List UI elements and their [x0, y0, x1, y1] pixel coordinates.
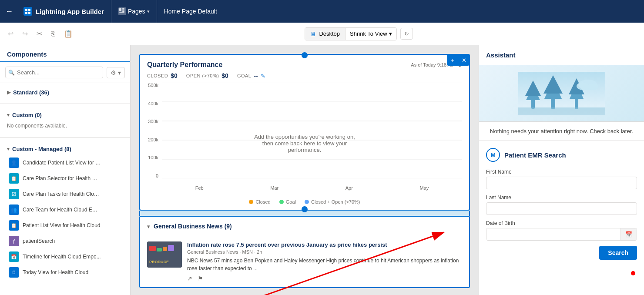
redo-button[interactable]: ↪ [20, 28, 30, 40]
qp-stat-goal-value: -- [254, 72, 258, 79]
svg-rect-3 [28, 12, 30, 14]
emr-dob-input[interactable] [486, 228, 621, 240]
custom-chevron-icon: ▾ [7, 112, 10, 118]
main-layout: Components 🔍 ⚙ ▾ ▶ Standard (36) ▾ Custo… [0, 45, 644, 295]
widget-add-button[interactable]: + [447, 54, 458, 66]
emr-last-name-label: Last Name [486, 194, 637, 201]
shrink-to-view-dropdown[interactable]: Shrink To View ▾ [345, 28, 396, 40]
sidebar-item-icon: ƒ [9, 236, 19, 246]
emr-search-button[interactable]: Search [599, 246, 637, 260]
calendar-icon[interactable]: 📅 [621, 228, 637, 240]
toolbar: ↩ ↪ ✂ ⎘ 📋 🖥 Desktop Shrink To View ▾ ↻ [0, 23, 644, 45]
back-button[interactable]: ← [5, 7, 13, 16]
sidebar-item-icon: 🗓 [9, 267, 19, 278]
sidebar-item-item-6[interactable]: ƒ patientSearch [7, 233, 123, 249]
view-label: Desktop [319, 30, 340, 37]
sidebar-item-item-7[interactable]: 📅 Timeline for Health Cloud Empo... [7, 249, 123, 265]
emr-dob-field: Date of Birth 📅 [486, 220, 637, 241]
legend-closed-label: Closed [255, 199, 270, 204]
widget-toolbar: + ✕ [447, 54, 470, 66]
legend-goal-label: Goal [286, 199, 296, 204]
emr-header: M Patient EMR Search [486, 148, 637, 162]
app-icon [23, 7, 32, 16]
standard-section-header[interactable]: ▶ Standard (36) [7, 87, 123, 98]
qp-chart-yaxis: 500k 400k 300k 200k 100k 0 [140, 83, 161, 178]
svg-rect-2 [25, 12, 27, 14]
copy-button[interactable]: ⎘ [48, 28, 58, 40]
refresh-button[interactable]: ↻ [400, 28, 413, 40]
view-selector[interactable]: 🖥 Desktop Shrink To View ▾ [305, 27, 396, 40]
qp-chart: 500k 400k 300k 200k 100k 0 [140, 83, 469, 196]
svg-rect-7 [119, 12, 124, 13]
qp-goal-edit-button[interactable]: ✎ [261, 73, 265, 79]
svg-rect-17 [163, 247, 167, 251]
app-switcher[interactable]: Lightning App Builder [17, 0, 111, 23]
assistant-message: Nothing needs your attention right now. … [479, 122, 644, 141]
custom-managed-section-header[interactable]: ▾ Custom - Managed (8) [7, 143, 123, 155]
svg-point-34 [588, 83, 598, 90]
paste-button[interactable]: 📋 [61, 28, 75, 40]
widget-delete-button[interactable]: ✕ [458, 54, 470, 66]
standard-chevron-icon: ▶ [7, 90, 10, 95]
svg-rect-6 [122, 10, 124, 12]
search-input-wrap: 🔍 [5, 67, 103, 78]
sidebar-item-icon: 📋 [9, 220, 19, 231]
bottom-resize-handle[interactable] [302, 206, 308, 212]
emr-dob-input-wrap: 📅 [486, 228, 637, 241]
sidebar-item-label: Care Plan Selector for Health Clo... [23, 175, 101, 181]
sidebar-item-item-3[interactable]: ☑ Care Plan Tasks for Health Cloud... [7, 186, 123, 202]
emr-first-name-input[interactable] [486, 177, 637, 189]
ylabel-200k: 200k [148, 137, 158, 142]
sidebar-item-item-1[interactable]: 👤 Candidate Patient List View for H... [7, 155, 123, 171]
top-resize-handle[interactable] [302, 52, 308, 58]
custom-section-header[interactable]: ▾ Custom (0) [7, 109, 123, 121]
sidebar-item-label: Candidate Patient List View for H... [23, 160, 101, 166]
share-button[interactable]: ↗ [187, 275, 192, 282]
sidebar-item-label: Today View for Health Cloud [23, 269, 88, 275]
svg-point-33 [577, 82, 589, 90]
svg-rect-18 [168, 245, 174, 251]
qp-stats: CLOSED $0 OPEN (>70%) $0 GOAL -- ✎ [140, 72, 469, 83]
flag-button[interactable]: ⚑ [198, 275, 203, 282]
standard-section: ▶ Standard (36) [0, 83, 130, 102]
sidebar-item-item-5[interactable]: 📋 Patient List View for Health Cloud [7, 218, 123, 233]
emr-icon: M [486, 148, 500, 162]
pages-chevron-icon: ▾ [147, 9, 150, 14]
legend-closed-open-label: Closed + Open (>70%) [311, 199, 360, 204]
assistant-title: Assistant [486, 51, 516, 59]
search-input[interactable] [5, 67, 103, 78]
qp-stat-goal: GOAL -- ✎ [237, 72, 265, 79]
emr-icon-text: M [490, 151, 496, 158]
custom-section-label: Custom (0) [12, 112, 42, 118]
view-selector-desktop[interactable]: 🖥 Desktop [305, 28, 345, 40]
svg-rect-4 [119, 8, 121, 11]
custom-managed-items-list: 👤 Candidate Patient List View for H... 📋… [7, 155, 123, 280]
sidebar-item-item-8[interactable]: 🗓 Today View for Health Cloud [7, 265, 123, 280]
svg-rect-16 [157, 248, 162, 251]
ylabel-0: 0 [156, 173, 158, 178]
pages-dropdown[interactable]: Pages ▾ [111, 0, 157, 23]
ylabel-500k: 500k [148, 83, 158, 88]
search-icon: 🔍 [8, 70, 15, 76]
news-article-meta: General Business News · MSN · 2h [187, 249, 462, 255]
news-article: PRODUCE Inflation rate rose 7.5 percent … [140, 236, 469, 287]
shrink-chevron-icon: ▾ [389, 30, 392, 37]
xlabel-feb: Feb [195, 185, 204, 191]
red-status-dot [631, 271, 635, 275]
sidebar-item-item-2[interactable]: 📋 Care Plan Selector for Health Clo... [7, 171, 123, 186]
news-header[interactable]: ▾ General Business News (9) [140, 217, 469, 236]
app-title: Lightning App Builder [36, 8, 104, 15]
emr-search-button-wrap: Search [486, 246, 637, 260]
news-chevron-icon: ▾ [147, 223, 150, 230]
custom-managed-section-label: Custom - Managed (8) [12, 146, 71, 152]
cut-button[interactable]: ✂ [34, 28, 45, 40]
sidebar-item-item-4[interactable]: 👥 Care Team for Health Cloud Emp... [7, 202, 123, 218]
gear-button[interactable]: ⚙ ▾ [107, 67, 125, 78]
emr-first-name-field: First Name [486, 169, 637, 189]
assistant-panel: Assistant [479, 45, 644, 295]
emr-last-name-input[interactable] [486, 202, 637, 215]
canvas-area: + ✕ Quarterly Performance As of Today 9:… [131, 45, 479, 295]
svg-rect-15 [149, 246, 156, 251]
undo-button[interactable]: ↩ [5, 28, 16, 40]
pages-icon [118, 7, 126, 15]
